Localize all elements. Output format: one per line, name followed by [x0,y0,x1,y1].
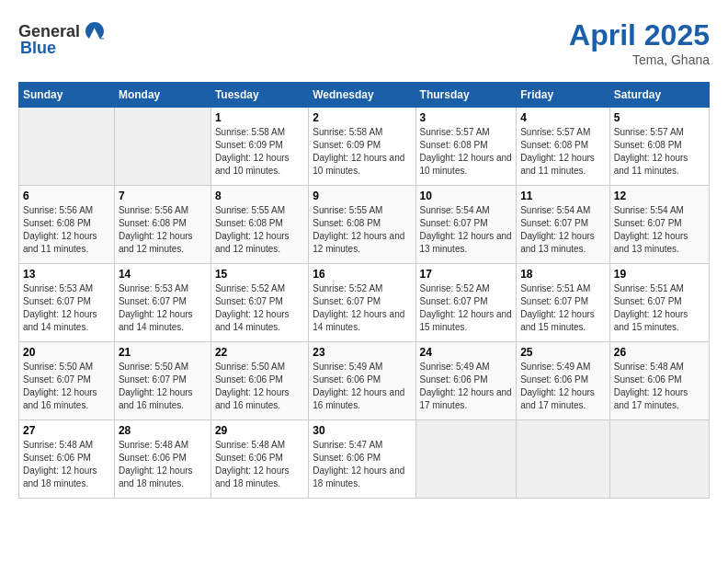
calendar-header: SundayMondayTuesdayWednesdayThursdayFrid… [19,83,710,108]
day-info: Sunrise: 5:58 AMSunset: 6:09 PMDaylight:… [313,126,411,178]
day-number: 30 [313,424,411,437]
day-info: Sunrise: 5:54 AMSunset: 6:07 PMDaylight:… [614,204,705,256]
page-header: General Blue April 2025 Tema, Ghana [18,18,710,67]
day-number: 27 [23,424,110,437]
day-info: Sunrise: 5:52 AMSunset: 6:07 PMDaylight:… [215,282,304,334]
day-number: 23 [313,346,411,359]
day-number: 11 [520,190,606,202]
day-number: 22 [215,346,304,359]
day-cell: 11Sunrise: 5:54 AMSunset: 6:07 PMDayligh… [517,186,610,264]
header-cell-monday: Monday [114,83,210,108]
day-number: 8 [215,190,304,202]
day-cell: 3Sunrise: 5:57 AMSunset: 6:08 PMDaylight… [415,108,517,186]
day-info: Sunrise: 5:56 AMSunset: 6:08 PMDaylight:… [119,204,207,256]
header-cell-saturday: Saturday [609,83,709,108]
day-cell: 25Sunrise: 5:49 AMSunset: 6:06 PMDayligh… [517,342,610,420]
logo: General Blue [18,18,108,58]
day-info: Sunrise: 5:55 AMSunset: 6:08 PMDaylight:… [215,204,304,256]
day-cell: 15Sunrise: 5:52 AMSunset: 6:07 PMDayligh… [210,264,308,342]
title-section: April 2025 Tema, Ghana [569,18,710,67]
day-number: 20 [23,346,110,359]
day-info: Sunrise: 5:48 AMSunset: 6:06 PMDaylight:… [215,439,304,490]
week-row-3: 20Sunrise: 5:50 AMSunset: 6:07 PMDayligh… [19,342,710,420]
day-number: 12 [614,190,705,202]
day-cell: 17Sunrise: 5:52 AMSunset: 6:07 PMDayligh… [415,264,517,342]
day-cell: 29Sunrise: 5:48 AMSunset: 6:06 PMDayligh… [210,420,308,499]
week-row-0: 1Sunrise: 5:58 AMSunset: 6:09 PMDaylight… [19,108,710,186]
day-info: Sunrise: 5:50 AMSunset: 6:07 PMDaylight:… [119,361,207,412]
day-cell [19,108,115,186]
day-cell: 28Sunrise: 5:48 AMSunset: 6:06 PMDayligh… [114,420,210,499]
day-cell: 2Sunrise: 5:58 AMSunset: 6:09 PMDaylight… [309,108,415,186]
day-number: 18 [520,268,606,281]
header-cell-sunday: Sunday [19,83,115,108]
day-number: 28 [119,424,207,437]
day-info: Sunrise: 5:48 AMSunset: 6:06 PMDaylight:… [614,361,705,412]
header-row: SundayMondayTuesdayWednesdayThursdayFrid… [19,83,710,108]
header-cell-wednesday: Wednesday [309,83,415,108]
day-number: 10 [420,190,513,202]
day-info: Sunrise: 5:57 AMSunset: 6:08 PMDaylight:… [420,126,513,178]
day-cell: 6Sunrise: 5:56 AMSunset: 6:08 PMDaylight… [19,186,115,264]
day-cell: 5Sunrise: 5:57 AMSunset: 6:08 PMDaylight… [609,108,709,186]
day-info: Sunrise: 5:50 AMSunset: 6:06 PMDaylight:… [215,361,304,412]
day-cell: 26Sunrise: 5:48 AMSunset: 6:06 PMDayligh… [609,342,709,420]
day-cell: 21Sunrise: 5:50 AMSunset: 6:07 PMDayligh… [114,342,210,420]
day-cell: 13Sunrise: 5:53 AMSunset: 6:07 PMDayligh… [19,264,115,342]
day-cell: 9Sunrise: 5:55 AMSunset: 6:08 PMDaylight… [309,186,415,264]
day-cell: 8Sunrise: 5:55 AMSunset: 6:08 PMDaylight… [210,186,308,264]
day-info: Sunrise: 5:57 AMSunset: 6:08 PMDaylight:… [520,126,606,178]
day-cell: 23Sunrise: 5:49 AMSunset: 6:06 PMDayligh… [309,342,415,420]
calendar-table: SundayMondayTuesdayWednesdayThursdayFrid… [18,82,710,499]
day-info: Sunrise: 5:48 AMSunset: 6:06 PMDaylight:… [119,439,207,490]
header-cell-thursday: Thursday [415,83,517,108]
calendar-body: 1Sunrise: 5:58 AMSunset: 6:09 PMDaylight… [19,108,710,499]
week-row-4: 27Sunrise: 5:48 AMSunset: 6:06 PMDayligh… [19,420,710,499]
day-cell: 16Sunrise: 5:52 AMSunset: 6:07 PMDayligh… [309,264,415,342]
day-cell [415,420,517,499]
day-number: 16 [313,268,411,281]
day-number: 2 [313,111,411,124]
day-number: 9 [313,190,411,202]
day-number: 13 [23,268,110,281]
month-title: April 2025 [569,18,710,52]
day-cell: 20Sunrise: 5:50 AMSunset: 6:07 PMDayligh… [19,342,115,420]
day-number: 1 [215,111,304,124]
day-cell: 30Sunrise: 5:47 AMSunset: 6:06 PMDayligh… [309,420,415,499]
day-info: Sunrise: 5:52 AMSunset: 6:07 PMDaylight:… [420,282,513,334]
day-cell [114,108,210,186]
day-cell: 22Sunrise: 5:50 AMSunset: 6:06 PMDayligh… [210,342,308,420]
day-info: Sunrise: 5:54 AMSunset: 6:07 PMDaylight:… [420,204,513,256]
logo-icon [82,18,108,44]
day-info: Sunrise: 5:51 AMSunset: 6:07 PMDaylight:… [614,282,705,334]
day-number: 3 [420,111,513,124]
day-cell [517,420,610,499]
day-info: Sunrise: 5:49 AMSunset: 6:06 PMDaylight:… [420,361,513,412]
day-cell: 7Sunrise: 5:56 AMSunset: 6:08 PMDaylight… [114,186,210,264]
day-cell: 12Sunrise: 5:54 AMSunset: 6:07 PMDayligh… [609,186,709,264]
day-info: Sunrise: 5:50 AMSunset: 6:07 PMDaylight:… [23,361,110,412]
day-number: 17 [420,268,513,281]
day-number: 6 [23,190,110,202]
day-number: 24 [420,346,513,359]
day-number: 7 [119,190,207,202]
day-number: 5 [614,111,705,124]
week-row-1: 6Sunrise: 5:56 AMSunset: 6:08 PMDaylight… [19,186,710,264]
header-cell-friday: Friday [517,83,610,108]
day-cell: 27Sunrise: 5:48 AMSunset: 6:06 PMDayligh… [19,420,115,499]
day-info: Sunrise: 5:48 AMSunset: 6:06 PMDaylight:… [23,439,110,490]
header-cell-tuesday: Tuesday [210,83,308,108]
week-row-2: 13Sunrise: 5:53 AMSunset: 6:07 PMDayligh… [19,264,710,342]
day-cell: 4Sunrise: 5:57 AMSunset: 6:08 PMDaylight… [517,108,610,186]
day-info: Sunrise: 5:53 AMSunset: 6:07 PMDaylight:… [23,282,110,334]
day-cell: 14Sunrise: 5:53 AMSunset: 6:07 PMDayligh… [114,264,210,342]
day-info: Sunrise: 5:55 AMSunset: 6:08 PMDaylight:… [313,204,411,256]
day-info: Sunrise: 5:47 AMSunset: 6:06 PMDaylight:… [313,439,411,490]
day-number: 14 [119,268,207,281]
logo-blue: Blue [20,39,56,58]
day-number: 29 [215,424,304,437]
day-cell: 1Sunrise: 5:58 AMSunset: 6:09 PMDaylight… [210,108,308,186]
day-info: Sunrise: 5:51 AMSunset: 6:07 PMDaylight:… [520,282,606,334]
day-info: Sunrise: 5:49 AMSunset: 6:06 PMDaylight:… [520,361,606,412]
day-info: Sunrise: 5:53 AMSunset: 6:07 PMDaylight:… [119,282,207,334]
